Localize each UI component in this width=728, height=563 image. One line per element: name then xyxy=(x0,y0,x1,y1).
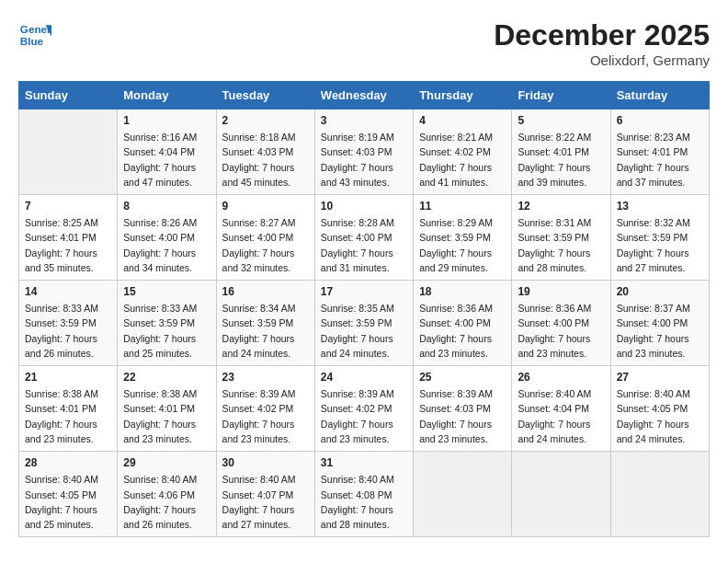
day-info: Sunrise: 8:38 AM Sunset: 4:01 PM Dayligh… xyxy=(25,386,111,446)
sunrise: Sunrise: 8:40 AM xyxy=(617,388,690,399)
day-info: Sunrise: 8:33 AM Sunset: 3:59 PM Dayligh… xyxy=(123,301,210,361)
header-monday: Monday xyxy=(118,82,216,109)
day-number: 15 xyxy=(123,285,210,298)
day-number: 9 xyxy=(222,200,309,213)
header-wednesday: Wednesday xyxy=(314,82,413,109)
calendar-cell xyxy=(414,452,512,537)
day-info: Sunrise: 8:36 AM Sunset: 4:00 PM Dayligh… xyxy=(518,301,604,361)
day-number: 25 xyxy=(419,371,506,384)
sunset: Sunset: 4:03 PM xyxy=(321,146,392,157)
day-info: Sunrise: 8:39 AM Sunset: 4:02 PM Dayligh… xyxy=(321,386,407,446)
calendar-cell: 28 Sunrise: 8:40 AM Sunset: 4:05 PM Dayl… xyxy=(19,452,118,537)
calendar-cell: 7 Sunrise: 8:25 AM Sunset: 4:01 PM Dayli… xyxy=(19,195,118,281)
calendar-cell: 22 Sunrise: 8:38 AM Sunset: 4:01 PM Dayl… xyxy=(118,366,216,452)
daylight: Daylight: 7 hours and 25 minutes. xyxy=(25,504,97,530)
calendar-cell: 30 Sunrise: 8:40 AM Sunset: 4:07 PM Dayl… xyxy=(216,452,314,537)
sunset: Sunset: 3:59 PM xyxy=(617,232,688,243)
calendar-cell: 14 Sunrise: 8:33 AM Sunset: 3:59 PM Dayl… xyxy=(19,281,118,366)
sunset: Sunset: 4:01 PM xyxy=(617,146,688,157)
daylight: Daylight: 7 hours and 41 minutes. xyxy=(419,162,492,188)
sunset: Sunset: 4:03 PM xyxy=(419,403,491,414)
day-number: 7 xyxy=(25,200,111,213)
daylight: Daylight: 7 hours and 23 minutes. xyxy=(518,333,590,359)
sunset: Sunset: 4:01 PM xyxy=(518,146,589,157)
sunset: Sunset: 4:02 PM xyxy=(321,403,392,414)
daylight: Daylight: 7 hours and 24 minutes. xyxy=(617,419,689,444)
day-info: Sunrise: 8:22 AM Sunset: 4:01 PM Dayligh… xyxy=(518,130,604,190)
day-number: 20 xyxy=(617,285,703,298)
sunrise: Sunrise: 8:40 AM xyxy=(321,474,394,485)
daylight: Daylight: 7 hours and 28 minutes. xyxy=(518,247,590,273)
calendar-table: SundayMondayTuesdayWednesdayThursdayFrid… xyxy=(18,81,710,537)
day-number: 27 xyxy=(617,371,703,384)
calendar-cell xyxy=(610,452,709,537)
day-info: Sunrise: 8:23 AM Sunset: 4:01 PM Dayligh… xyxy=(617,130,703,190)
day-info: Sunrise: 8:40 AM Sunset: 4:05 PM Dayligh… xyxy=(25,472,111,532)
svg-text:General: General xyxy=(20,23,51,35)
sunrise: Sunrise: 8:33 AM xyxy=(123,303,197,314)
calendar-cell: 6 Sunrise: 8:23 AM Sunset: 4:01 PM Dayli… xyxy=(610,109,709,195)
day-number: 28 xyxy=(25,456,111,469)
logo-icon: General Blue xyxy=(18,18,51,52)
week-row-1: 7 Sunrise: 8:25 AM Sunset: 4:01 PM Dayli… xyxy=(19,195,710,281)
sunrise: Sunrise: 8:39 AM xyxy=(222,388,296,399)
week-row-4: 28 Sunrise: 8:40 AM Sunset: 4:05 PM Dayl… xyxy=(19,452,710,537)
page-header: General Blue December 2025 Oelixdorf, Ge… xyxy=(18,18,710,68)
day-info: Sunrise: 8:26 AM Sunset: 4:00 PM Dayligh… xyxy=(123,215,210,275)
daylight: Daylight: 7 hours and 34 minutes. xyxy=(123,247,196,273)
sunrise: Sunrise: 8:33 AM xyxy=(25,303,98,314)
calendar-cell: 20 Sunrise: 8:37 AM Sunset: 4:00 PM Dayl… xyxy=(610,281,709,366)
sunrise: Sunrise: 8:36 AM xyxy=(518,303,591,314)
sunrise: Sunrise: 8:36 AM xyxy=(419,303,493,314)
header-sunday: Sunday xyxy=(19,82,118,109)
calendar-cell: 18 Sunrise: 8:36 AM Sunset: 4:00 PM Dayl… xyxy=(414,281,512,366)
calendar-cell: 3 Sunrise: 8:19 AM Sunset: 4:03 PM Dayli… xyxy=(314,109,413,195)
svg-text:Blue: Blue xyxy=(20,35,44,47)
week-row-2: 14 Sunrise: 8:33 AM Sunset: 3:59 PM Dayl… xyxy=(19,281,710,366)
day-number: 29 xyxy=(123,456,210,469)
daylight: Daylight: 7 hours and 23 minutes. xyxy=(25,419,97,444)
daylight: Daylight: 7 hours and 23 minutes. xyxy=(222,419,295,444)
day-number: 3 xyxy=(321,114,407,127)
calendar-cell: 26 Sunrise: 8:40 AM Sunset: 4:04 PM Dayl… xyxy=(512,366,610,452)
calendar-cell: 2 Sunrise: 8:18 AM Sunset: 4:03 PM Dayli… xyxy=(216,109,314,195)
calendar-cell: 16 Sunrise: 8:34 AM Sunset: 3:59 PM Dayl… xyxy=(216,281,314,366)
calendar-cell: 21 Sunrise: 8:38 AM Sunset: 4:01 PM Dayl… xyxy=(19,366,118,452)
sunrise: Sunrise: 8:39 AM xyxy=(321,388,394,399)
day-number: 30 xyxy=(222,456,309,469)
day-number: 1 xyxy=(123,114,210,127)
calendar-cell: 8 Sunrise: 8:26 AM Sunset: 4:00 PM Dayli… xyxy=(118,195,216,281)
daylight: Daylight: 7 hours and 27 minutes. xyxy=(222,504,295,530)
day-info: Sunrise: 8:39 AM Sunset: 4:02 PM Dayligh… xyxy=(222,386,309,446)
daylight: Daylight: 7 hours and 43 minutes. xyxy=(321,162,393,188)
daylight: Daylight: 7 hours and 39 minutes. xyxy=(518,162,590,188)
sunrise: Sunrise: 8:25 AM xyxy=(25,217,98,228)
calendar-cell: 23 Sunrise: 8:39 AM Sunset: 4:02 PM Dayl… xyxy=(216,366,314,452)
calendar-cell: 4 Sunrise: 8:21 AM Sunset: 4:02 PM Dayli… xyxy=(414,109,512,195)
month-title: December 2025 xyxy=(494,18,710,52)
sunset: Sunset: 3:59 PM xyxy=(419,232,491,243)
sunset: Sunset: 4:05 PM xyxy=(617,403,688,414)
calendar-cell: 15 Sunrise: 8:33 AM Sunset: 3:59 PM Dayl… xyxy=(118,281,216,366)
day-number: 13 xyxy=(617,200,703,213)
sunset: Sunset: 4:05 PM xyxy=(25,489,97,500)
sunrise: Sunrise: 8:40 AM xyxy=(222,474,296,485)
sunrise: Sunrise: 8:38 AM xyxy=(25,388,98,399)
header-friday: Friday xyxy=(512,82,610,109)
daylight: Daylight: 7 hours and 26 minutes. xyxy=(123,504,196,530)
sunset: Sunset: 4:00 PM xyxy=(419,317,491,328)
sunrise: Sunrise: 8:32 AM xyxy=(617,217,690,228)
daylight: Daylight: 7 hours and 27 minutes. xyxy=(617,247,689,273)
calendar-cell: 12 Sunrise: 8:31 AM Sunset: 3:59 PM Dayl… xyxy=(512,195,610,281)
day-number: 11 xyxy=(419,200,506,213)
sunset: Sunset: 4:02 PM xyxy=(222,403,294,414)
day-info: Sunrise: 8:34 AM Sunset: 3:59 PM Dayligh… xyxy=(222,301,309,361)
day-info: Sunrise: 8:32 AM Sunset: 3:59 PM Dayligh… xyxy=(617,215,703,275)
day-number: 6 xyxy=(617,114,703,127)
day-number: 8 xyxy=(123,200,210,213)
sunset: Sunset: 4:01 PM xyxy=(25,232,97,243)
daylight: Daylight: 7 hours and 47 minutes. xyxy=(123,162,196,188)
calendar-cell: 19 Sunrise: 8:36 AM Sunset: 4:00 PM Dayl… xyxy=(512,281,610,366)
header-tuesday: Tuesday xyxy=(216,82,314,109)
sunrise: Sunrise: 8:21 AM xyxy=(419,132,493,143)
